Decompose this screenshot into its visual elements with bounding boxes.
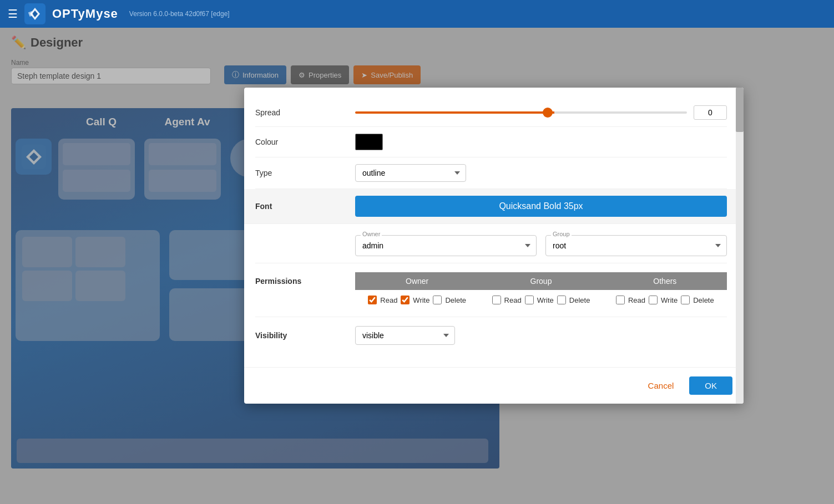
colour-row: Colour [255, 127, 727, 157]
spread-slider[interactable] [355, 111, 687, 114]
group-write-checkbox[interactable] [525, 296, 534, 304]
type-content: outline filled none [355, 164, 727, 182]
perms-header-owner: Owner [355, 272, 479, 290]
group-select[interactable]: root [545, 235, 727, 256]
permissions-content: Owner Group Others Read Write [355, 272, 727, 310]
owner-delete-label: Delete [445, 296, 466, 304]
modal-dialog: Spread 0 Colour Ty [244, 88, 744, 404]
type-label: Type [255, 169, 355, 177]
others-delete-checkbox[interactable] [681, 296, 690, 304]
type-select[interactable]: outline filled none [355, 164, 466, 182]
perms-others-cell: Read Write Delete [603, 296, 727, 304]
owner-delete-checkbox[interactable] [433, 296, 442, 304]
visibility-select[interactable]: visible hidden [355, 326, 455, 345]
logo-icon [24, 3, 46, 24]
main-area: ✏️ Designer Name Steph template design 1… [0, 28, 834, 504]
cancel-button[interactable]: Cancel [639, 376, 683, 395]
owner-write-label: Write [413, 296, 429, 304]
spread-content: 0 [355, 105, 727, 120]
font-content: Quicksand Bold 35px [355, 196, 727, 217]
perms-data-row: Read Write Delete Read [355, 290, 727, 310]
colour-label: Colour [255, 138, 355, 146]
font-row: Font Quicksand Bold 35px [244, 189, 738, 224]
owner-group-row: Owner admin Group root [255, 224, 727, 263]
owner-write-checkbox[interactable] [401, 296, 410, 304]
others-delete-label: Delete [693, 296, 714, 304]
group-read-checkbox[interactable] [492, 296, 501, 304]
group-field-wrap: Group root [545, 235, 727, 256]
owner-group-content: Owner admin Group root [355, 235, 727, 256]
group-read-label: Read [504, 296, 522, 304]
font-button[interactable]: Quicksand Bold 35px [355, 196, 727, 217]
brand-name: OPTyMyse [52, 7, 118, 21]
group-write-label: Write [537, 296, 554, 304]
ok-button[interactable]: OK [689, 376, 732, 395]
spread-row: Spread 0 [255, 99, 727, 127]
permissions-row: Permissions Owner Group Others [255, 263, 727, 317]
modal-scrollbar-thumb[interactable] [736, 88, 744, 132]
colour-swatch[interactable] [355, 134, 383, 150]
spread-value[interactable]: 0 [694, 105, 727, 120]
visibility-label: Visibility [255, 331, 355, 340]
visibility-row: Visibility visible hidden [255, 317, 727, 356]
perms-owner-cell: Read Write Delete [355, 296, 479, 304]
perms-header-others: Others [603, 272, 727, 290]
type-row: Type outline filled none [255, 157, 727, 189]
others-write-checkbox[interactable] [649, 296, 658, 304]
colour-content [355, 134, 727, 150]
modal-footer: Cancel OK [244, 367, 744, 404]
perms-header-group: Group [479, 272, 603, 290]
topbar: ☰ OPTyMyse Version 6.0.0-beta 42d0f67 [e… [0, 0, 834, 28]
version-text: Version 6.0.0-beta 42d0f67 [edge] [129, 10, 230, 18]
others-write-label: Write [661, 296, 678, 304]
owner-read-label: Read [380, 296, 397, 304]
permissions-label: Permissions [255, 272, 355, 286]
modal-scrollbar[interactable] [736, 88, 744, 404]
modal-content: Spread 0 Colour Ty [244, 88, 744, 367]
permissions-table: Owner Group Others Read Write [355, 272, 727, 310]
owner-read-checkbox[interactable] [368, 296, 377, 304]
group-delete-label: Delete [569, 296, 590, 304]
owner-select[interactable]: admin [355, 235, 537, 256]
spread-label: Spread [255, 108, 355, 117]
spread-slider-wrap: 0 [355, 105, 727, 120]
spread-thumb[interactable] [543, 108, 553, 118]
perms-group-cell: Read Write Delete [479, 296, 603, 304]
others-read-checkbox[interactable] [616, 296, 625, 304]
others-read-label: Read [628, 296, 645, 304]
group-delete-checkbox[interactable] [557, 296, 566, 304]
group-field-label: Group [551, 231, 572, 237]
perms-header-row: Owner Group Others [355, 272, 727, 290]
owner-group-fields: Owner admin Group root [355, 235, 727, 256]
owner-field-wrap: Owner admin [355, 235, 537, 256]
hamburger-icon[interactable]: ☰ [8, 7, 18, 21]
font-label: Font [255, 202, 355, 211]
owner-field-label: Owner [361, 231, 382, 237]
visibility-content: visible hidden [355, 326, 727, 345]
